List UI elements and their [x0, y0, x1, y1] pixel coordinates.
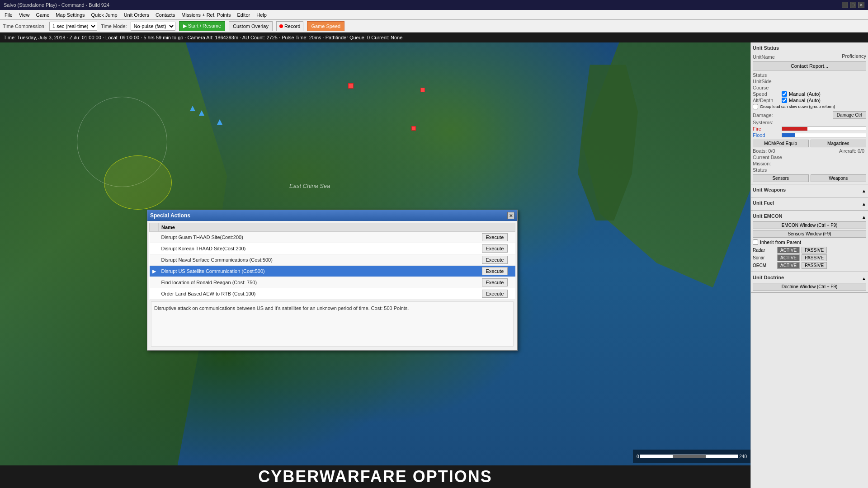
- col-name: Name: [159, 223, 479, 232]
- action-execute-cell-4: Execute: [479, 277, 515, 288]
- start-resume-button[interactable]: ▶ Start / Resume: [179, 21, 225, 31]
- time-compression-select[interactable]: 1 sec (real-time): [49, 22, 97, 31]
- flood-label: Flood: [753, 132, 780, 138]
- speed-auto-text: (Auto): [807, 91, 821, 97]
- scale-0: 0: [637, 454, 639, 459]
- execute-button-5[interactable]: Execute: [482, 290, 508, 298]
- menu-missions[interactable]: Missions + Ref. Points: [179, 11, 233, 19]
- unit-weapons-title: Unit Weapons: [753, 186, 786, 193]
- unit-status-title: Unit Status: [753, 44, 779, 52]
- game-speed-button[interactable]: Game Speed: [307, 21, 344, 31]
- menu-help[interactable]: Help: [254, 11, 269, 19]
- unit-weapons-collapse[interactable]: ▲: [862, 188, 866, 193]
- time-mode-label: Time Mode:: [101, 23, 127, 29]
- boats-label: Boats: 0/0: [753, 148, 780, 154]
- unit-doctrine-section: Unit Doctrine ▲ Doctrine Window (Ctrl + …: [751, 272, 868, 293]
- action-row-2[interactable]: Disrupt Naval Surface Communications (Co…: [150, 254, 515, 266]
- flood-bar-fill: [782, 133, 795, 137]
- record-button[interactable]: Record: [276, 21, 303, 31]
- action-name-3: Disrupt US Satellite Communication (Cost…: [159, 266, 479, 277]
- current-base-label: Current Base: [753, 155, 782, 160]
- group-lead-checkbox[interactable]: [753, 104, 758, 109]
- action-arrow-1: [150, 243, 159, 254]
- sensors-window-button[interactable]: Sensors Window (F9): [753, 230, 866, 238]
- flood-progress-bar: [782, 133, 866, 137]
- action-row-0[interactable]: Disrupt Guam THAAD Site(Cost:200)Execute: [150, 232, 515, 243]
- sonar-passive-button[interactable]: PASSIVE: [802, 254, 827, 261]
- unit-fuel-title: Unit Fuel: [753, 199, 774, 206]
- red-unit-3[interactable]: [411, 126, 416, 131]
- action-name-2: Disrupt Naval Surface Communications (Co…: [159, 254, 479, 266]
- map-area[interactable]: East China Sea 0 240 Spec: [0, 42, 750, 488]
- action-row-5[interactable]: Order Land Based AEW to RTB (Cost:100)Ex…: [150, 288, 515, 300]
- status-label: Status: [753, 72, 780, 78]
- magazines-button[interactable]: Magazines: [811, 140, 867, 147]
- unit-fuel-collapse[interactable]: ▲: [862, 202, 866, 206]
- unit-side-label: UnitSide: [753, 79, 780, 84]
- action-execute-cell-0: Execute: [479, 232, 515, 243]
- menu-game[interactable]: Game: [33, 11, 52, 19]
- weapons-button[interactable]: Weapons: [811, 174, 867, 182]
- action-execute-cell-1: Execute: [479, 243, 515, 254]
- menu-contacts[interactable]: Contacts: [153, 11, 178, 19]
- unit-emcon-collapse[interactable]: ▲: [862, 215, 866, 220]
- execute-button-2[interactable]: Execute: [482, 256, 508, 264]
- alt-auto-text: (Auto): [807, 98, 821, 103]
- time-mode-select[interactable]: No-pulse (fast): [131, 22, 175, 31]
- oecm-active-button[interactable]: ACTIVE: [777, 262, 800, 269]
- alt-manual-checkbox[interactable]: [782, 98, 787, 103]
- maximize-button[interactable]: □: [850, 2, 856, 8]
- emcon-window-button[interactable]: EMCON Window (Ctrl + F9): [753, 221, 866, 229]
- radar-label: Radar: [753, 248, 775, 253]
- radar-active-button[interactable]: ACTIVE: [777, 247, 800, 253]
- dialog-close-button[interactable]: ✕: [507, 212, 514, 219]
- scale-end: 240: [739, 454, 747, 459]
- window-title: Salvo (Standalone Play) - Command - Buil…: [4, 2, 109, 8]
- execute-button-0[interactable]: Execute: [482, 233, 508, 241]
- sensors-button[interactable]: Sensors: [753, 174, 809, 182]
- menu-file[interactable]: File: [2, 11, 15, 19]
- speed-manual-checkbox[interactable]: [782, 91, 787, 97]
- sonar-active-button[interactable]: ACTIVE: [777, 254, 800, 261]
- radar-passive-button[interactable]: PASSIVE: [802, 247, 827, 253]
- doctrine-window-button[interactable]: Doctrine Window (Ctrl + F9): [753, 283, 866, 291]
- time-compression-label: Time Compression:: [3, 23, 46, 29]
- close-button[interactable]: ✕: [858, 2, 864, 8]
- damage-label: Damage:: [753, 113, 780, 118]
- unit-status-section: Unit Status UnitName Proficiency Contact…: [751, 42, 868, 184]
- mcm-pod-equip-button[interactable]: MCM/Pod Equip: [753, 140, 809, 147]
- red-unit-1[interactable]: [348, 83, 354, 89]
- fire-bar-fill: [782, 127, 807, 131]
- course-label: Course: [753, 85, 780, 90]
- custom-overlay-button[interactable]: Custom Overlay: [229, 21, 273, 31]
- unit-doctrine-title: Unit Doctrine: [753, 274, 784, 281]
- execute-button-1[interactable]: Execute: [482, 244, 508, 253]
- menu-map-settings[interactable]: Map Settings: [53, 11, 87, 19]
- alt-manual-text: Manual: [789, 98, 805, 103]
- action-name-5: Order Land Based AEW to RTB (Cost:100): [159, 288, 479, 300]
- oecm-passive-button[interactable]: PASSIVE: [802, 262, 827, 269]
- execute-button-4[interactable]: Execute: [482, 278, 508, 286]
- menu-editor[interactable]: Editor: [234, 11, 253, 19]
- action-execute-cell-3: Execute: [479, 266, 515, 277]
- start-resume-label: ▶ Start / Resume: [183, 23, 221, 29]
- action-arrow-4: [150, 277, 159, 288]
- contact-report-button[interactable]: Contact Report...: [753, 61, 866, 70]
- damage-ctrl-button[interactable]: Damage Ctrl: [833, 111, 866, 119]
- action-row-4[interactable]: Find location of Ronald Reagan (Cost: 75…: [150, 277, 515, 288]
- minimize-button[interactable]: _: [842, 2, 848, 8]
- red-unit-2[interactable]: [420, 88, 425, 92]
- right-panel: Unit Status UnitName Proficiency Contact…: [750, 42, 868, 488]
- dialog-description: Disruptive attack on communications betw…: [151, 301, 514, 347]
- menu-quick-jump[interactable]: Quick Jump: [89, 11, 120, 19]
- execute-button-3[interactable]: Execute: [482, 267, 508, 275]
- systems-label: Systems:: [753, 120, 780, 125]
- menu-unit-orders[interactable]: Unit Orders: [121, 11, 152, 19]
- bottom-title: CYBERWARFARE OPTIONS: [258, 467, 492, 486]
- sonar-label: Sonar: [753, 255, 775, 260]
- unit-doctrine-collapse[interactable]: ▲: [862, 276, 866, 281]
- action-row-1[interactable]: Disrupt Korean THAAD Site(Cost:200)Execu…: [150, 243, 515, 254]
- action-row-3[interactable]: ▶Disrupt US Satellite Communication (Cos…: [150, 266, 515, 277]
- inherit-parent-checkbox[interactable]: [753, 239, 758, 245]
- menu-view[interactable]: View: [16, 11, 33, 19]
